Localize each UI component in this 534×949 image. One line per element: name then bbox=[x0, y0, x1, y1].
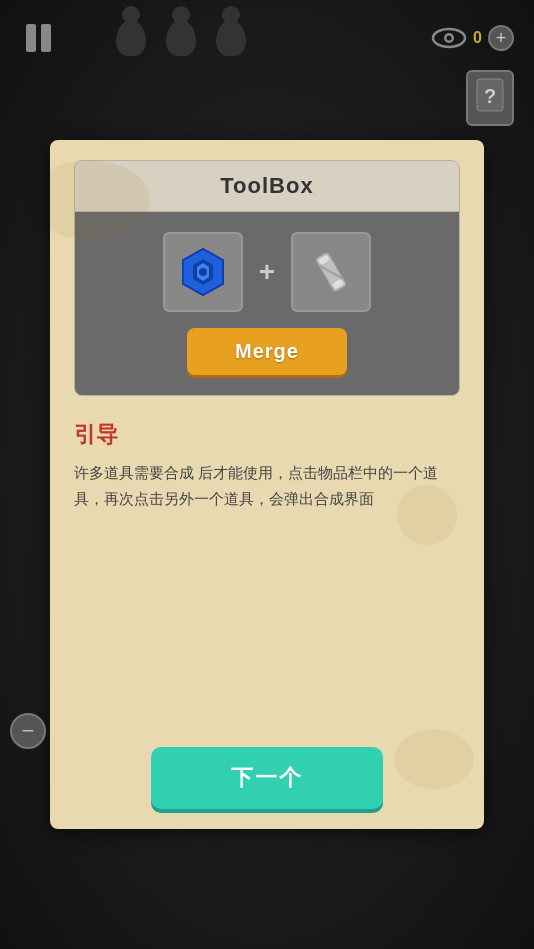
svg-point-2 bbox=[447, 36, 452, 41]
merge-button[interactable]: Merge bbox=[187, 328, 347, 375]
toolbox-card: ToolBox bbox=[74, 160, 460, 396]
parchment-card: ToolBox bbox=[50, 140, 484, 829]
blue-bolt-icon bbox=[176, 245, 230, 299]
svg-text:?: ? bbox=[484, 85, 496, 107]
minus-button[interactable]: − bbox=[10, 713, 46, 749]
eye-icon bbox=[431, 26, 467, 50]
parchment-inner: ToolBox bbox=[50, 140, 484, 829]
add-coins-button[interactable]: + bbox=[488, 25, 514, 51]
guide-title: 引导 bbox=[74, 420, 460, 450]
svg-point-8 bbox=[199, 268, 207, 276]
item-box-2[interactable] bbox=[291, 232, 371, 312]
pause-button[interactable] bbox=[20, 20, 56, 56]
pause-icon bbox=[26, 24, 51, 52]
toolbox-title: ToolBox bbox=[220, 173, 313, 198]
character-icon-3 bbox=[216, 20, 246, 56]
item-box-1[interactable] bbox=[163, 232, 243, 312]
character-icon-1 bbox=[116, 20, 146, 56]
eye-count-value: 0 bbox=[473, 29, 482, 47]
wrench-svg bbox=[304, 245, 358, 299]
help-button[interactable]: ? bbox=[466, 70, 514, 126]
eye-counter: 0 + bbox=[431, 25, 514, 51]
hud-bar: 0 + bbox=[0, 20, 534, 56]
toolbox-title-bar: ToolBox bbox=[75, 161, 459, 212]
plus-separator: + bbox=[259, 256, 275, 288]
character-icon-2 bbox=[166, 20, 196, 56]
character-icons bbox=[116, 20, 246, 56]
guide-text: 许多道具需要合成 后才能使用，点击物品栏中的一个道具，再次点击另外一个道具，会弹… bbox=[74, 460, 460, 511]
toolbox-content: + bbox=[75, 212, 459, 395]
merge-items-row: + bbox=[163, 232, 371, 312]
wrench-icon bbox=[304, 245, 358, 299]
help-icon: ? bbox=[475, 77, 505, 119]
next-button[interactable]: 下一个 bbox=[151, 747, 383, 809]
next-button-container: 下一个 bbox=[151, 747, 383, 809]
